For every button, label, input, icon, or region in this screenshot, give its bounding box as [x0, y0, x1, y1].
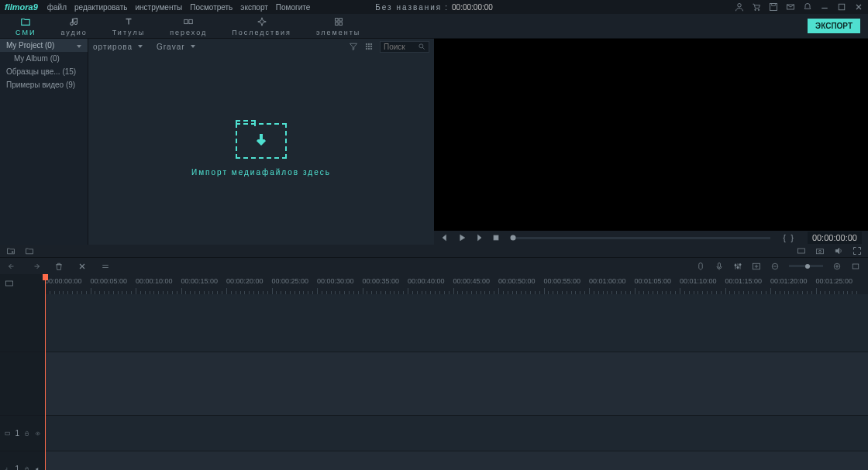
export-button[interactable]: ЭКСПОРТ — [808, 19, 860, 33]
zoom-in-icon[interactable] — [832, 262, 842, 271]
redo-icon[interactable] — [31, 262, 40, 271]
seek-handle[interactable] — [511, 235, 516, 241]
maximize-icon[interactable] — [837, 2, 846, 12]
new-folder-icon[interactable] — [6, 246, 16, 256]
eye-icon[interactable] — [35, 430, 40, 437]
ruler-tick: 00:00:00:00 — [45, 277, 82, 285]
folder-my-project[interactable]: My Project (0) — [0, 39, 88, 52]
marker-icon[interactable] — [696, 262, 705, 271]
svg-point-15 — [370, 43, 372, 45]
svg-rect-11 — [335, 22, 338, 26]
tracks: 1 1 — [0, 294, 868, 470]
folder-examples[interactable]: Примеры видео (9) — [0, 78, 88, 91]
marker-brackets[interactable]: { } — [783, 234, 794, 242]
timeline-toolbar — [0, 257, 868, 274]
edit-icon[interactable] — [101, 262, 110, 271]
mic-icon[interactable] — [715, 262, 724, 271]
app-logo: filmora9 — [5, 2, 38, 12]
fullscreen-icon[interactable] — [852, 246, 862, 256]
zoom-out-icon[interactable] — [770, 262, 780, 271]
menu-export[interactable]: экспорт — [240, 3, 268, 12]
preview-panel: { } 00:00:00:00 — [434, 39, 868, 257]
minimize-icon[interactable] — [820, 2, 829, 12]
svg-rect-6 — [839, 4, 845, 10]
menu-file[interactable]: файл — [47, 3, 67, 12]
tab-transition-label: переход — [170, 29, 207, 36]
record-dropdown[interactable]: Gravar — [157, 43, 195, 51]
audio-track-1[interactable] — [45, 451, 868, 470]
seek-bar[interactable] — [513, 237, 770, 239]
mute-icon[interactable] — [35, 465, 40, 471]
audio-track-head[interactable]: 1 — [0, 451, 45, 470]
menu-edit[interactable]: редактировать — [74, 3, 127, 12]
zoom-fit-icon[interactable] — [851, 262, 860, 271]
tab-effects[interactable]: Последствия — [219, 15, 304, 38]
ratio-icon[interactable] — [797, 246, 806, 256]
cart-icon[interactable] — [752, 2, 761, 12]
tab-titles[interactable]: Титулы — [100, 15, 157, 38]
lock-icon[interactable] — [24, 430, 29, 437]
user-icon[interactable] — [735, 2, 744, 12]
menu-view[interactable]: Посмотреть — [190, 3, 232, 12]
tab-audio-label: аудио — [60, 29, 87, 36]
video-track-row[interactable] — [45, 352, 868, 415]
video-track-icon — [5, 430, 10, 437]
close-icon[interactable] — [854, 2, 863, 12]
timeline-ruler[interactable]: 00:00:00:0000:00:05:0000:00:10:0000:00:1… — [0, 274, 868, 294]
media-dropzone[interactable]: Импорт медиафайлов здесь — [88, 54, 434, 245]
filter-icon[interactable] — [349, 42, 358, 51]
import-dropdown[interactable]: ортирова — [93, 43, 143, 51]
svg-rect-7 — [184, 19, 188, 23]
save-icon[interactable] — [769, 2, 778, 12]
ruler-scale[interactable]: 00:00:00:0000:00:05:0000:00:10:0000:00:1… — [45, 274, 868, 294]
volume-icon[interactable] — [834, 246, 843, 256]
svg-rect-35 — [6, 281, 13, 286]
ruler-tick: 00:00:45:00 — [453, 277, 491, 285]
video-track-head[interactable]: 1 — [0, 415, 45, 451]
search-box[interactable] — [380, 41, 429, 53]
video-track-1[interactable] — [45, 415, 868, 451]
chevron-down-icon — [74, 41, 81, 50]
stop-icon[interactable] — [491, 233, 501, 242]
transition-icon — [183, 16, 194, 27]
menu-tools[interactable]: инструменты — [135, 3, 182, 12]
svg-rect-10 — [339, 19, 342, 22]
tab-transition[interactable]: переход — [157, 15, 219, 38]
media-toolbar: ортирова Gravar — [88, 39, 434, 54]
prev-frame-icon[interactable] — [440, 233, 450, 242]
add-track-icon[interactable] — [752, 262, 761, 271]
mixer-icon[interactable] — [733, 262, 742, 271]
tab-media[interactable]: СМИ — [3, 15, 48, 38]
folder-icon-2[interactable] — [25, 246, 34, 256]
svg-rect-3 — [770, 4, 777, 11]
ruler-tick: 00:00:20:00 — [226, 277, 264, 285]
svg-point-30 — [739, 263, 741, 265]
delete-icon[interactable] — [54, 262, 64, 271]
zoom-slider[interactable] — [789, 265, 823, 267]
module-tabs: СМИ аудио Титулы переход Последствия эле… — [0, 14, 868, 39]
timeline-menu-icon[interactable] — [5, 279, 14, 288]
folder-my-album[interactable]: My Album (0) — [0, 52, 88, 65]
bell-icon[interactable] — [803, 2, 812, 12]
zoom-handle[interactable] — [805, 264, 810, 269]
play-icon[interactable] — [457, 233, 467, 242]
track-area[interactable] — [45, 294, 868, 470]
lock-icon-2[interactable] — [24, 465, 29, 471]
grid-view-icon[interactable] — [364, 42, 374, 51]
preview-video[interactable] — [434, 39, 868, 231]
playhead-line[interactable] — [45, 274, 46, 470]
next-frame-icon[interactable] — [474, 233, 484, 242]
snapshot-icon[interactable] — [815, 246, 825, 256]
preview-bottom-toolbar — [434, 245, 868, 257]
svg-point-22 — [419, 44, 423, 48]
split-icon[interactable] — [78, 262, 87, 271]
undo-icon[interactable] — [8, 262, 17, 271]
folder-samples[interactable]: Образцы цве... (15) — [0, 65, 88, 78]
mail-icon[interactable] — [786, 2, 795, 12]
search-input[interactable] — [384, 43, 418, 51]
tab-elements[interactable]: элементы — [304, 15, 373, 38]
project-title: Без названия: 00:00:00:00 — [375, 3, 493, 12]
tab-audio[interactable]: аудио — [48, 15, 99, 38]
menu-help[interactable]: Помогите — [276, 3, 310, 12]
svg-point-2 — [758, 9, 760, 11]
